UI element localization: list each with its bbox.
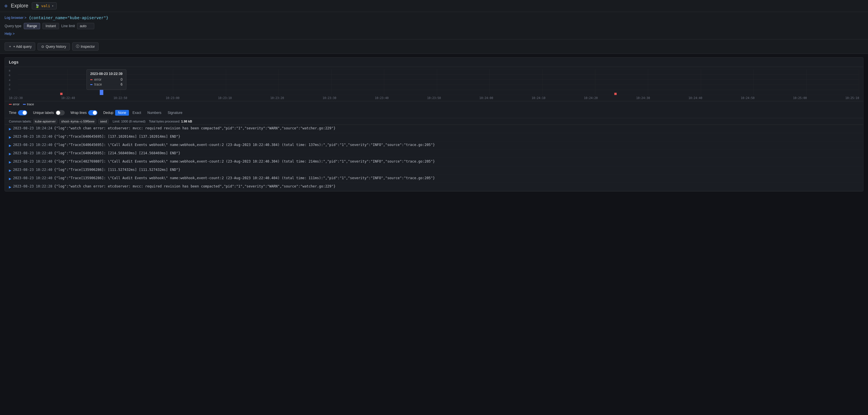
chart-tooltip: 2023-08-23 10:22:39 error 0 trace 6 bbox=[87, 69, 126, 90]
line-limit-input[interactable] bbox=[77, 23, 94, 29]
datasource-selector[interactable]: 🍃 vali ▾ bbox=[32, 2, 57, 9]
error-legend-icon bbox=[9, 104, 12, 105]
label-tag-1[interactable]: kube-apiserver bbox=[33, 119, 58, 124]
chart-svg bbox=[9, 69, 859, 95]
help-button[interactable]: Help > bbox=[5, 32, 14, 36]
range-button[interactable]: Range bbox=[24, 23, 40, 29]
log-entry[interactable]: ▶ 2023-08-23 10:22:40 {"log":"Trace[6406… bbox=[5, 150, 863, 158]
log-entry[interactable]: ▶ 2023-08-23 10:24:24 {"log":"watch chan… bbox=[5, 125, 863, 133]
options-row: Time Unique labels Wrap lines Dedup None… bbox=[5, 108, 863, 118]
dedup-label: Dedup bbox=[103, 111, 113, 115]
unique-labels-toggle[interactable] bbox=[56, 110, 65, 115]
inspector-button[interactable]: ⓘ Inspector bbox=[72, 42, 98, 51]
limit-text: Limit: 1000 (8 returned) bbox=[113, 119, 145, 123]
history-icon: ⊙ bbox=[41, 45, 44, 49]
dedup-none[interactable]: None bbox=[115, 110, 129, 116]
log-entry[interactable]: ▶ 2023-08-23 10:22:40 {"log":"Trace[6406… bbox=[5, 141, 863, 150]
svg-rect-24 bbox=[614, 93, 617, 95]
unique-labels-label: Unique labels bbox=[33, 111, 54, 115]
datasource-icon: 🍃 bbox=[35, 4, 39, 8]
trace-dot-icon bbox=[90, 84, 93, 85]
chevron-down-icon: ▾ bbox=[52, 4, 54, 7]
log-expand-icon: ▶ bbox=[9, 167, 11, 173]
log-browser-button[interactable]: Log browser > bbox=[5, 16, 26, 20]
query-type-label: Query type bbox=[5, 24, 22, 28]
log-expand-icon: ▶ bbox=[9, 142, 11, 148]
error-legend-label: error bbox=[13, 102, 20, 106]
chart-x-labels: 10:22:30 10:22:40 10:22:50 10:23:00 10:2… bbox=[9, 96, 859, 100]
datasource-name: vali bbox=[41, 4, 50, 8]
wrap-lines-label: Wrap lines bbox=[70, 111, 87, 115]
legend-trace: trace bbox=[23, 102, 34, 106]
log-expand-icon: ▶ bbox=[9, 184, 11, 190]
dedup-signature[interactable]: Signature bbox=[165, 110, 185, 116]
instant-button[interactable]: Instant bbox=[42, 23, 59, 29]
tooltip-error-row: error 0 bbox=[90, 77, 123, 81]
line-limit-label: Line limit bbox=[61, 24, 75, 28]
toolbar: ＋ + Add query ⊙ Query history ⓘ Inspecto… bbox=[0, 39, 868, 54]
inspector-icon: ⓘ bbox=[76, 44, 79, 49]
log-expand-icon: ▶ bbox=[9, 134, 11, 140]
time-toggle[interactable] bbox=[18, 110, 27, 115]
tooltip-trace-value: 6 bbox=[121, 82, 123, 87]
unique-labels-option: Unique labels bbox=[33, 110, 65, 115]
explore-icon: ⊙ bbox=[5, 3, 7, 9]
chart-area: 0 2 4 6 8 bbox=[5, 67, 863, 101]
query-editor: Log browser > {container_name="kube-apis… bbox=[0, 12, 868, 39]
dedup-options: None Exact Numbers Signature bbox=[115, 110, 185, 116]
add-icon: ＋ bbox=[8, 44, 12, 49]
log-expand-icon: ▶ bbox=[9, 126, 11, 132]
query-history-button[interactable]: ⊙ Query history bbox=[37, 43, 70, 50]
dedup-numbers[interactable]: Numbers bbox=[145, 110, 164, 116]
error-dot-icon bbox=[90, 79, 93, 80]
log-entry[interactable]: ▶ 2023-08-23 10:22:40 {"log":"Trace[1359… bbox=[5, 166, 863, 175]
log-entry[interactable]: ▶ 2023-08-23 10:22:28 {"log":"watch chan… bbox=[5, 183, 863, 191]
chart-legend: error trace bbox=[5, 101, 863, 108]
bytes-text: Total bytes processed: 1.98 kB bbox=[149, 119, 192, 123]
wrap-lines-toggle[interactable] bbox=[88, 110, 97, 115]
logs-panel-title: Logs bbox=[5, 58, 863, 67]
log-entry[interactable]: ▶ 2023-08-23 10:22:40 {"log":"Trace[6406… bbox=[5, 133, 863, 141]
legend-error: error bbox=[9, 102, 20, 106]
label-tag-3[interactable]: seed bbox=[98, 119, 108, 124]
log-entry[interactable]: ▶ 2023-08-23 10:22:40 {"log":"Trace[1359… bbox=[5, 175, 863, 183]
query-input[interactable]: {container_name="kube-apiserver"} bbox=[29, 15, 108, 20]
tooltip-trace-row: trace 6 bbox=[90, 82, 123, 87]
log-entry[interactable]: ▶ 2023-08-23 10:22:40 {"log":"Trace[4827… bbox=[5, 158, 863, 166]
time-option: Time bbox=[9, 110, 27, 115]
add-query-button[interactable]: ＋ + Add query bbox=[5, 42, 35, 51]
wrap-lines-option: Wrap lines bbox=[70, 110, 97, 115]
tooltip-title: 2023-08-23 10:22:39 bbox=[90, 72, 123, 76]
dedup-option: Dedup None Exact Numbers Signature bbox=[103, 110, 185, 116]
top-bar: ⊙ Explore 🍃 vali ▾ bbox=[0, 0, 868, 12]
common-labels-prefix: Common labels: bbox=[9, 119, 32, 123]
log-entries: ▶ 2023-08-23 10:24:24 {"log":"watch chan… bbox=[5, 125, 863, 191]
tooltip-trace-label: trace bbox=[94, 82, 102, 87]
trace-legend-label: trace bbox=[27, 102, 34, 106]
log-expand-icon: ▶ bbox=[9, 151, 11, 157]
dedup-exact[interactable]: Exact bbox=[129, 110, 144, 116]
trace-legend-icon bbox=[23, 104, 26, 105]
tooltip-error-label: error bbox=[94, 77, 101, 81]
tooltip-error-value: 0 bbox=[121, 77, 123, 81]
svg-rect-22 bbox=[60, 93, 62, 95]
main-content: Logs 0 2 4 6 8 bbox=[0, 54, 868, 195]
time-label: Time bbox=[9, 111, 16, 115]
log-expand-icon: ▶ bbox=[9, 176, 11, 182]
log-expand-icon: ▶ bbox=[9, 159, 11, 165]
page-title: Explore bbox=[11, 3, 28, 9]
y-axis: 0 2 4 6 8 bbox=[9, 69, 10, 91]
logs-panel: Logs 0 2 4 6 8 bbox=[5, 57, 863, 192]
label-tag-2[interactable]: shoot--kyma--c-59f6eee bbox=[59, 119, 96, 124]
common-labels-row: Common labels: kube-apiserver shoot--kym… bbox=[5, 118, 863, 125]
